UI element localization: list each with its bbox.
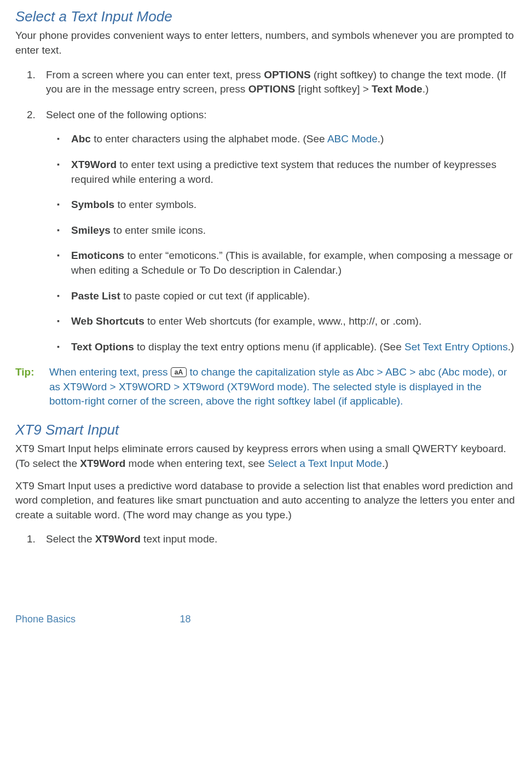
tip-body: When entering text, press aA to change t… bbox=[49, 365, 517, 409]
step-bold: OPTIONS bbox=[248, 83, 296, 95]
bullet-bold: Web Shortcuts bbox=[71, 315, 144, 327]
ordered-list-section2: Select the XT9Word text input mode. bbox=[15, 532, 517, 547]
step-text: Select one of the following options: bbox=[46, 109, 207, 120]
step-text: .) bbox=[423, 83, 429, 95]
list-item: Symbols to enter symbols. bbox=[61, 198, 517, 212]
tip-row: Tip: When entering text, press aA to cha… bbox=[15, 365, 517, 409]
paragraph: XT9 Smart Input uses a predictive word d… bbox=[15, 479, 517, 523]
list-item: Smileys to enter smile icons. bbox=[61, 223, 517, 238]
list-item: Select the XT9Word text input mode. bbox=[38, 532, 517, 547]
paragraph: XT9 Smart Input helps eliminate errors c… bbox=[15, 442, 517, 471]
caps-key-icon: aA bbox=[171, 367, 187, 377]
tip-label: Tip: bbox=[15, 365, 49, 380]
bullet-text: to enter text using a predictive text sy… bbox=[71, 159, 496, 185]
bullet-text: to enter “emoticons.” (This is available… bbox=[71, 250, 513, 276]
tip-text: When entering text, press bbox=[49, 366, 171, 378]
step-text: From a screen where you can enter text, … bbox=[46, 69, 264, 80]
list-item: Select one of the following options: Abc… bbox=[38, 108, 517, 355]
para-text: mode when entering text, see bbox=[125, 458, 268, 469]
list-item: XT9Word to enter text using a predictive… bbox=[61, 158, 517, 187]
link-text-entry-options[interactable]: Set Text Entry Options bbox=[404, 341, 508, 353]
list-item: Paste List to paste copied or cut text (… bbox=[61, 289, 517, 304]
step-text: [right softkey] > bbox=[295, 83, 372, 95]
bullet-text: .) bbox=[508, 341, 514, 353]
bullet-text: to enter Web shortcuts (for example, www… bbox=[144, 315, 422, 327]
bullet-text: to paste copied or cut text (if applicab… bbox=[120, 290, 310, 302]
page-footer: Phone Basics 18 bbox=[15, 613, 517, 626]
bullet-text: to enter symbols. bbox=[114, 199, 196, 210]
step-text: Select the bbox=[46, 533, 95, 545]
bullet-text: to enter smile icons. bbox=[111, 224, 206, 236]
heading-xt9-smart-input: XT9 Smart Input bbox=[15, 420, 517, 440]
list-item: Abc to enter characters using the alphab… bbox=[61, 132, 517, 147]
bullet-bold: XT9Word bbox=[71, 159, 117, 170]
list-item: Emoticons to enter “emoticons.” (This is… bbox=[61, 249, 517, 278]
link-select-text-input-mode[interactable]: Select a Text Input Mode bbox=[268, 458, 382, 469]
step-text: text input mode. bbox=[141, 533, 217, 545]
step-bold: OPTIONS bbox=[264, 69, 311, 80]
bullet-bold: Paste List bbox=[71, 290, 120, 302]
bullet-text: to display the text entry options menu (… bbox=[134, 341, 404, 353]
list-item: Text Options to display the text entry o… bbox=[61, 340, 517, 355]
footer-section-title: Phone Basics bbox=[15, 613, 76, 626]
bullet-bold: Abc bbox=[71, 133, 91, 145]
bullet-bold: Text Options bbox=[71, 341, 134, 353]
bullet-text: to enter characters using the alphabet m… bbox=[91, 133, 327, 145]
bullet-list: Abc to enter characters using the alphab… bbox=[46, 132, 517, 354]
para-bold: XT9Word bbox=[80, 458, 125, 469]
bullet-bold: Symbols bbox=[71, 199, 114, 210]
link-abc-mode[interactable]: ABC Mode bbox=[327, 133, 378, 145]
list-item: Web Shortcuts to enter Web shortcuts (fo… bbox=[61, 314, 517, 329]
para-text: .) bbox=[382, 458, 389, 469]
bullet-text: .) bbox=[378, 133, 384, 145]
footer-page-number: 18 bbox=[180, 613, 191, 626]
bullet-bold: Smileys bbox=[71, 224, 111, 236]
ordered-list-section1: From a screen where you can enter text, … bbox=[15, 68, 517, 355]
list-item: From a screen where you can enter text, … bbox=[38, 68, 517, 97]
bullet-bold: Emoticons bbox=[71, 250, 124, 261]
step-bold: Text Mode bbox=[372, 83, 423, 95]
step-bold: XT9Word bbox=[95, 533, 141, 545]
heading-select-input-mode: Select a Text Input Mode bbox=[15, 7, 517, 26]
intro-paragraph: Your phone provides convenient ways to e… bbox=[15, 28, 517, 57]
